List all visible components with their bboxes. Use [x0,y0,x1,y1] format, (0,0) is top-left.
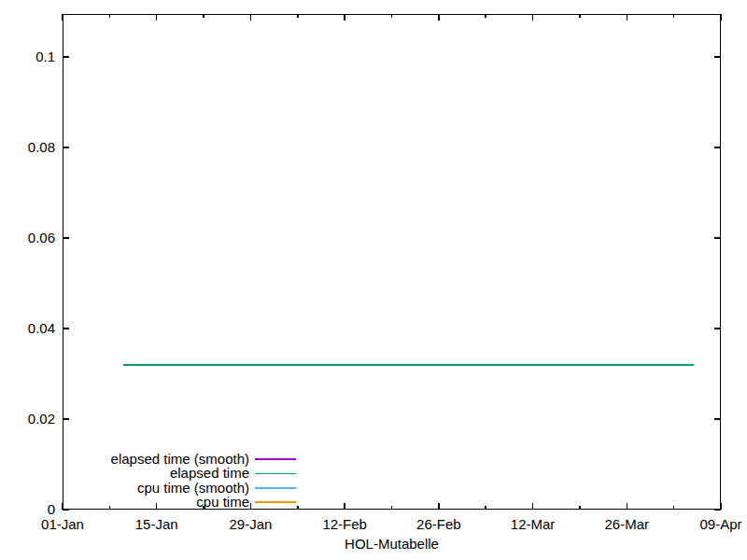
x-tick-major-mirror [344,14,345,21]
legend-sample-line [255,458,296,460]
x-tick-minor [673,506,675,510]
y-tick-major-mirror [714,418,721,420]
x-tick-minor-mirror [297,14,299,18]
x-tick-minor [391,506,393,510]
x-tick-minor-mirror [391,14,393,18]
x-axis-title: HOL-Mutabelle [345,537,439,552]
y-tick-major-mirror [714,56,721,58]
y-tick-major [63,147,69,148]
x-tick-minor-mirror [109,14,111,18]
x-tick-minor-mirror [673,14,675,18]
legend-sample-line [255,473,296,475]
x-tick-major [344,503,345,510]
x-tick-major-mirror [438,14,440,21]
y-tick-major [63,56,69,58]
y-tick-label: 0.04 [7,321,55,336]
x-tick-major-mirror [156,14,158,21]
legend-label: elapsed time [44,466,249,481]
x-tick-minor-mirror [485,14,486,18]
x-tick-label: 29-Jan [218,517,283,532]
legend-label: cpu time [44,495,249,510]
x-tick-major [532,503,534,510]
y-tick-label: 0.1 [7,49,55,64]
data-line-elapsed-time [123,364,694,366]
x-tick-major [250,503,252,510]
y-tick-label: 0.08 [7,140,55,155]
y-tick-major-mirror [714,147,721,148]
legend-sample-line [255,501,296,503]
y-tick-label: 0.02 [7,412,55,427]
x-tick-minor [579,506,581,510]
x-tick-major-mirror [627,14,628,21]
y-tick-major [63,418,69,420]
x-tick-label: 12-Mar [500,517,566,532]
plot-area [63,14,721,510]
line-chart: HOL-Mutabelle 00.020.040.060.080.101-Jan… [0,0,747,560]
y-tick-major [63,237,69,239]
y-tick-label: 0.06 [7,231,55,245]
x-tick-label: 15-Jan [124,517,190,532]
x-tick-label: 26-Feb [406,517,472,532]
x-tick-major [438,503,440,510]
x-tick-major-mirror [532,14,534,21]
x-tick-minor-mirror [579,14,581,18]
y-tick-major-mirror [714,328,721,329]
y-tick-major [63,328,69,329]
x-tick-major [627,503,628,510]
y-tick-major-mirror [714,237,721,239]
x-tick-minor [485,506,486,510]
x-tick-label: 12-Feb [312,517,377,532]
x-tick-major [720,503,722,510]
x-tick-major-mirror [720,14,722,21]
x-tick-minor [297,506,299,510]
x-tick-minor-mirror [203,14,204,18]
x-tick-label: 01-Jan [30,517,95,532]
legend-sample-line [255,487,296,489]
x-tick-major-mirror [62,14,63,21]
x-tick-label: 09-Apr [688,517,747,532]
x-tick-major-mirror [250,14,252,21]
x-tick-label: 26-Mar [594,517,659,532]
